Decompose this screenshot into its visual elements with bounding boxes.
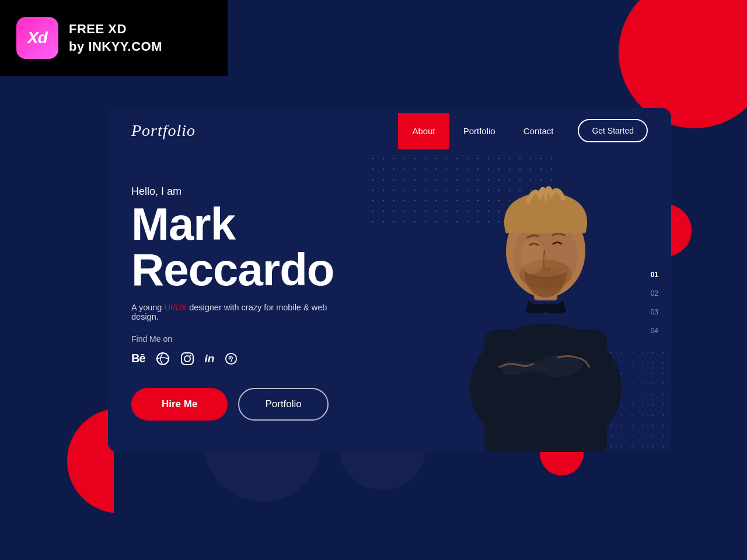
find-me-label: Find Me on <box>131 334 403 344</box>
person-image <box>438 153 654 452</box>
xd-badge: Xd FREE XD by INKYY.COM <box>0 0 228 76</box>
xd-icon-text: Xd <box>27 29 47 47</box>
hero-right <box>426 153 671 452</box>
hero-name: Mark Reccardo <box>131 201 403 292</box>
svg-rect-1 <box>181 353 193 365</box>
svg-point-2 <box>184 356 190 362</box>
hero-section: Hello, I am Mark Reccardo A young UI/UX … <box>108 153 671 452</box>
nav-item-portfolio[interactable]: Portfolio <box>449 121 509 141</box>
desc-before: A young <box>131 303 164 312</box>
svg-point-3 <box>190 355 191 356</box>
desc-highlight: UI/UX <box>164 303 187 312</box>
social-instagram[interactable] <box>180 352 194 366</box>
logo: Portfolio <box>131 121 398 140</box>
nav-item-contact[interactable]: Contact <box>509 121 568 141</box>
hero-description: A young UI/UX designer with crazy for mo… <box>131 303 353 321</box>
page-indicator-3[interactable]: 03 <box>651 308 658 316</box>
get-started-button[interactable]: Get Started <box>578 119 648 142</box>
svg-point-11 <box>521 239 544 274</box>
navbar: Portfolio About Portfolio Contact Get St… <box>108 108 671 153</box>
nav-item-about[interactable]: About <box>398 113 449 149</box>
svg-point-4 <box>226 353 236 363</box>
xd-line1: FREE XD <box>69 20 162 38</box>
nav-links: About Portfolio Contact Get Started <box>398 113 648 149</box>
xd-badge-text: FREE XD by INKYY.COM <box>69 20 162 55</box>
xd-line2: by INKYY.COM <box>69 38 162 55</box>
page-indicators: 01 02 03 04 <box>651 271 658 335</box>
page-indicator-4[interactable]: 04 <box>651 327 658 335</box>
social-icons: Bē in <box>131 352 403 366</box>
social-dribbble[interactable] <box>156 352 170 366</box>
xd-icon: Xd <box>16 17 58 59</box>
hero-left: Hello, I am Mark Reccardo A young UI/UX … <box>108 153 426 452</box>
page-indicator-2[interactable]: 02 <box>651 289 658 298</box>
portfolio-button[interactable]: Portfolio <box>238 388 328 421</box>
social-behance[interactable]: Bē <box>131 352 145 365</box>
svg-point-0 <box>157 353 169 365</box>
page-indicator-1[interactable]: 01 <box>651 271 658 279</box>
social-linkedin[interactable]: in <box>205 352 215 365</box>
hero-name-line2: Reccardo <box>131 247 403 292</box>
hero-name-line1: Mark <box>131 201 403 247</box>
main-card: Portfolio About Portfolio Contact Get St… <box>108 108 671 452</box>
hero-greeting: Hello, I am <box>131 186 403 198</box>
hire-me-button[interactable]: Hire Me <box>131 388 228 421</box>
cta-buttons: Hire Me Portfolio <box>131 388 403 421</box>
social-pinterest[interactable] <box>225 352 238 365</box>
